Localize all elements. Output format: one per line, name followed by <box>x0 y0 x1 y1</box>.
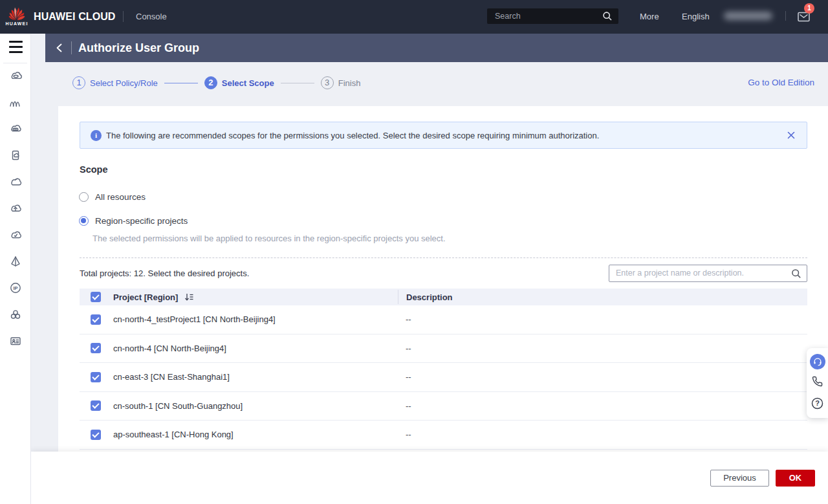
cloud-upload-icon[interactable] <box>9 202 22 215</box>
support-panel: ? <box>807 348 828 418</box>
step-select-policy[interactable]: 1 Select Policy/Role <box>72 76 158 89</box>
page-header: Authorize User Group <box>45 34 828 62</box>
radio-button-checked[interactable] <box>79 216 89 226</box>
phone-icon <box>812 376 823 387</box>
info-banner: i The following are recommended scopes f… <box>80 122 807 149</box>
help-button[interactable]: ? <box>807 397 828 410</box>
search-icon[interactable] <box>602 11 613 21</box>
radio-region-specific[interactable]: Region-specific projects <box>79 216 807 226</box>
step-connector <box>281 83 314 83</box>
cluster-icon[interactable] <box>9 308 22 321</box>
topbar-separator <box>123 11 124 22</box>
prism-icon[interactable] <box>9 255 22 268</box>
search-icon[interactable] <box>791 268 801 279</box>
id-card-icon[interactable] <box>9 334 22 347</box>
action-footer: Previous OK <box>31 452 828 504</box>
scope-hint-text: The selected permissions will be applied… <box>93 234 807 243</box>
menu-icon[interactable] <box>9 41 23 53</box>
global-search-input[interactable]: Search <box>487 8 618 24</box>
row-checkbox[interactable] <box>91 314 101 325</box>
support-headset-button[interactable] <box>807 354 828 369</box>
step-3-label: Finish <box>338 78 361 88</box>
global-search-placeholder: Search <box>495 8 521 24</box>
project-cell: cn-north-4_testProject1 [CN North-Beijin… <box>113 314 276 324</box>
step-2-label: Select Scope <box>222 78 274 88</box>
table-row: cn-north-4 [CN North-Beijing4] -- <box>80 334 807 364</box>
description-cell: -- <box>406 314 411 324</box>
account-name-blurred[interactable] <box>724 12 772 20</box>
row-checkbox[interactable] <box>91 372 101 382</box>
cloud-console-icon[interactable] <box>9 122 22 135</box>
radio-all-resources-label: All resources <box>95 192 146 202</box>
scope-heading: Scope <box>80 164 807 175</box>
project-column-header: Project [Region] <box>113 292 178 302</box>
projects-table: Project [Region] Description cn-north-4_… <box>80 289 807 450</box>
step-select-scope[interactable]: 2 Select Scope <box>204 76 274 89</box>
step-finish[interactable]: 3 Finish <box>321 76 361 89</box>
description-cell: -- <box>406 372 411 382</box>
sort-icon[interactable] <box>184 292 194 301</box>
back-icon[interactable] <box>54 43 65 53</box>
console-link[interactable]: Console <box>136 0 167 34</box>
table-header-row: Project [Region] Description <box>80 289 807 305</box>
cloud-icon[interactable] <box>9 175 22 188</box>
table-row: cn-east-3 [CN East-Shanghai1] -- <box>80 363 807 392</box>
info-icon: i <box>91 130 102 141</box>
table-row: ap-southeast-1 [CN-Hong Kong] -- <box>80 421 807 450</box>
cloud-sync-icon[interactable] <box>9 228 22 241</box>
step-3-circle: 3 <box>321 76 334 89</box>
title-separator <box>71 41 72 54</box>
page-title: Authorize User Group <box>78 34 199 62</box>
content-card: i The following are recommended scopes f… <box>58 106 828 452</box>
project-cell: cn-south-1 [CN South-Guangzhou] <box>113 401 243 411</box>
project-cell: cn-east-3 [CN East-Shanghai1] <box>113 372 230 382</box>
project-search-input[interactable]: Enter a project name or description. <box>609 265 807 282</box>
cloud-server-icon[interactable] <box>9 70 22 83</box>
project-cell: cn-north-4 [CN North-Beijing4] <box>113 344 226 353</box>
description-cell: -- <box>406 430 411 439</box>
description-cell: -- <box>406 401 411 411</box>
huawei-logo-word: HUAWEI <box>4 21 30 26</box>
language-menu[interactable]: English <box>682 0 710 34</box>
ok-button[interactable]: OK <box>776 470 815 487</box>
close-banner-icon[interactable] <box>787 131 796 140</box>
messages-badge[interactable]: 1 <box>804 3 814 14</box>
svg-text:IP: IP <box>13 285 17 291</box>
brand-name: HUAWEI CLOUD <box>34 0 116 34</box>
row-checkbox[interactable] <box>91 400 101 411</box>
huawei-logo[interactable]: HUAWEI <box>4 5 30 26</box>
radio-button-unchecked[interactable] <box>79 192 89 202</box>
topbar-separator <box>785 11 786 21</box>
question-icon: ? <box>811 397 823 410</box>
wizard-stepper: 1 Select Policy/Role 2 Select Scope 3 Fi… <box>58 62 828 104</box>
projects-toolbar: Total projects: 12. Select the desired p… <box>80 265 807 282</box>
headset-icon <box>810 354 825 369</box>
previous-button[interactable]: Previous <box>710 470 769 487</box>
row-checkbox[interactable] <box>91 430 101 440</box>
phone-contact-button[interactable] <box>807 376 828 387</box>
radio-region-specific-label: Region-specific projects <box>95 216 188 226</box>
row-checkbox[interactable] <box>91 343 101 353</box>
go-to-old-edition-link[interactable]: Go to Old Edition <box>748 62 814 104</box>
svg-text:?: ? <box>815 399 820 407</box>
step-connector <box>164 83 198 83</box>
step-1-label: Select Policy/Role <box>90 78 158 88</box>
device-cloud-icon[interactable] <box>9 149 22 162</box>
waves-icon[interactable] <box>9 96 22 109</box>
description-column-header: Description <box>406 292 453 302</box>
radio-all-resources[interactable]: All resources <box>79 192 807 202</box>
huawei-flower-icon <box>7 5 27 21</box>
more-menu[interactable]: More <box>640 0 659 34</box>
step-2-circle: 2 <box>204 76 217 89</box>
step-1-circle: 1 <box>72 76 85 89</box>
ip-circle-icon[interactable]: IP <box>9 281 22 294</box>
service-sidebar: IP <box>0 34 31 504</box>
description-cell: -- <box>406 344 411 353</box>
sidebar-divider <box>3 63 27 63</box>
project-search-placeholder: Enter a project name or description. <box>616 265 744 281</box>
dashed-divider <box>80 257 807 258</box>
table-row: cn-north-4_testProject1 [CN North-Beijin… <box>80 305 807 334</box>
top-navigation-bar: HUAWEI HUAWEI CLOUD Console Search More … <box>0 0 828 34</box>
select-all-checkbox[interactable] <box>91 292 101 302</box>
info-banner-text: The following are recommended scopes for… <box>106 131 599 140</box>
